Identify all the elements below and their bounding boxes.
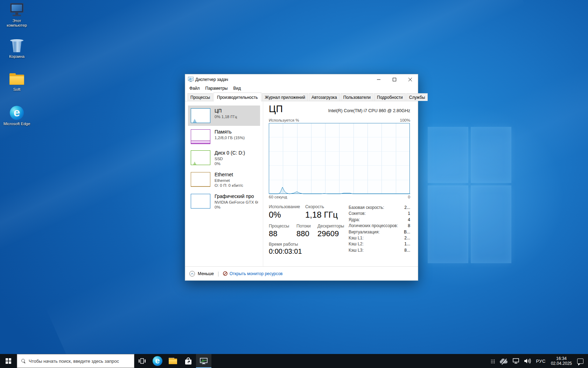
sidebar-item-cpu[interactable]: ЦП 0% 1,18 ГГц	[188, 105, 260, 126]
panel-divider	[263, 102, 263, 266]
desktop-icon-label: Soft	[13, 87, 20, 92]
clock-time: 16:34	[551, 356, 572, 361]
desktop-icon-recycle-bin[interactable]: Корзина	[1, 39, 32, 59]
sidebar-item-ethernet[interactable]: Ethernet Ethernet О: 0 П: 0 кбит/с	[188, 169, 260, 190]
this-pc-icon	[9, 3, 24, 17]
taskbar: РУС 16:34 02.04.2025	[0, 354, 588, 368]
hidden-icons-grid-icon	[490, 359, 495, 363]
footer-divider: |	[218, 271, 219, 277]
spec-value: 8...	[404, 247, 410, 253]
graph-time-span-label: 60 секунд	[269, 195, 287, 199]
cpu-detail-panel: ЦП Intel(R) Core(TM) i7 CPU 860 @ 2.80GH…	[269, 104, 410, 264]
task-view-icon	[139, 358, 146, 364]
processes-label: Процессы	[269, 224, 296, 229]
processes-value: 88	[269, 229, 296, 238]
start-button[interactable]	[0, 354, 17, 368]
sidebar-item-title: Ethernet	[215, 172, 243, 177]
edge-icon	[10, 106, 24, 120]
tab-services[interactable]: Службы	[406, 93, 428, 101]
windows-logo-icon	[6, 358, 11, 364]
speed-label: Скорость	[305, 204, 342, 209]
task-view-button[interactable]	[134, 354, 150, 368]
volume-icon	[524, 358, 531, 364]
cpu-model-name: Intel(R) Core(TM) i7 CPU 860 @ 2.80GHz	[328, 108, 410, 113]
spec-value: 1...	[404, 241, 410, 247]
cpu-graph-area	[269, 187, 410, 194]
wallpaper-windows-logo	[428, 127, 512, 264]
cpu-stats: Использование 0% Скорость 1,18 ГГц Проце…	[269, 204, 410, 264]
spec-value: 8	[408, 223, 410, 229]
tab-startup[interactable]: Автозагрузка	[309, 93, 340, 101]
handles-label: Дескрипторы	[317, 224, 344, 229]
sidebar-item-memory[interactable]: Память 1,2/8,0 ГБ (15%)	[188, 127, 260, 147]
ethernet-mini-graph	[191, 172, 210, 187]
window-title: Диспетчер задач	[195, 77, 228, 82]
menu-item-view[interactable]: Вид	[230, 85, 244, 92]
sidebar-item-disk[interactable]: Диск 0 (C: D:) SSD 0%	[188, 148, 260, 169]
desktop: Этот компьютер Корзина Soft Microsoft Ed…	[0, 0, 588, 368]
graph-axis-label: Используется %	[269, 118, 299, 122]
sidebar-item-detail: О: 0 П: 0 кбит/с	[215, 183, 243, 188]
sidebar-item-detail: 0%	[215, 161, 245, 166]
title-bar[interactable]: Диспетчер задач	[185, 74, 418, 84]
tab-app-history[interactable]: Журнал приложений	[262, 93, 308, 101]
taskbar-explorer-button[interactable]	[165, 354, 181, 368]
speed-value: 1,18 ГГц	[305, 210, 342, 220]
taskbar-search[interactable]	[17, 354, 134, 368]
maximize-button[interactable]	[386, 74, 402, 84]
minimize-icon	[377, 78, 380, 81]
folder-icon	[9, 73, 25, 86]
open-resource-monitor-link[interactable]: Открыть монитор ресурсов	[223, 271, 283, 276]
tab-performance[interactable]: Производительность	[214, 93, 261, 101]
gpu-mini-graph	[191, 194, 210, 209]
desktop-icon-label: Этот компьютер	[2, 19, 31, 28]
menu-item-file[interactable]: Файл	[187, 85, 203, 92]
sidebar-item-detail: NVIDIA GeForce GTX 660	[215, 200, 258, 205]
search-input[interactable]	[29, 359, 134, 364]
taskbar-edge-button[interactable]	[150, 354, 165, 368]
spec-value: В...	[404, 229, 410, 235]
fewer-details-button[interactable]: Меньше	[189, 271, 214, 277]
spec-label: Кэш L3:	[349, 247, 364, 253]
network-tray-button[interactable]	[510, 354, 522, 368]
graph-axis-max: 100%	[400, 118, 410, 122]
sidebar-item-detail: Ethernet	[215, 178, 243, 183]
tab-processes[interactable]: Процессы	[188, 93, 213, 101]
task-manager-app-icon	[188, 77, 194, 82]
sidebar-item-title: Диск 0 (C: D:)	[215, 150, 245, 156]
desktop-icon-soft-folder[interactable]: Soft	[1, 73, 32, 92]
volume-tray-button[interactable]	[522, 354, 533, 368]
sidebar-item-detail: SSD	[215, 156, 245, 161]
sidebar-item-detail: 0% 1,18 ГГц	[215, 114, 237, 119]
menu-item-options[interactable]: Параметры	[203, 85, 231, 92]
threads-label: Потоки	[296, 224, 317, 229]
sidebar-item-title: Память	[215, 129, 245, 135]
taskbar-task-manager-button[interactable]	[196, 354, 211, 368]
taskbar-clock[interactable]: 16:34 02.04.2025	[548, 354, 575, 368]
desktop-icon-edge[interactable]: Microsoft Edge	[1, 106, 32, 126]
desktop-icon-this-pc[interactable]: Этот компьютер	[1, 3, 32, 28]
close-button[interactable]	[402, 74, 418, 84]
fewer-details-label: Меньше	[198, 271, 214, 276]
hidden-icons-button[interactable]	[488, 354, 497, 368]
action-center-icon	[577, 359, 583, 364]
task-manager-window: Диспетчер задач Файл Параметры Вид Проце…	[185, 74, 418, 281]
search-icon	[21, 359, 26, 363]
taskbar-store-button[interactable]	[181, 354, 196, 368]
edge-icon	[153, 356, 162, 366]
action-center-button[interactable]	[575, 354, 586, 368]
onedrive-tray-button[interactable]	[497, 354, 510, 368]
language-indicator[interactable]: РУС	[533, 354, 548, 368]
spec-label: Кэш L2:	[349, 241, 364, 247]
cpu-panel-title: ЦП	[269, 104, 283, 115]
cpu-usage-graph	[269, 123, 410, 194]
spec-value: 2...	[404, 235, 410, 241]
minimize-button[interactable]	[371, 74, 386, 84]
onedrive-offline-icon	[500, 359, 507, 364]
sidebar-item-detail: 1,2/8,0 ГБ (15%)	[215, 135, 245, 140]
tab-users[interactable]: Пользователи	[341, 93, 373, 101]
sidebar-item-gpu[interactable]: Графический про NVIDIA GeForce GTX 660 0…	[188, 191, 260, 212]
tab-details[interactable]: Подробности	[374, 93, 406, 101]
spec-label: Кэш L1:	[349, 235, 364, 241]
chevron-up-icon	[189, 271, 195, 277]
